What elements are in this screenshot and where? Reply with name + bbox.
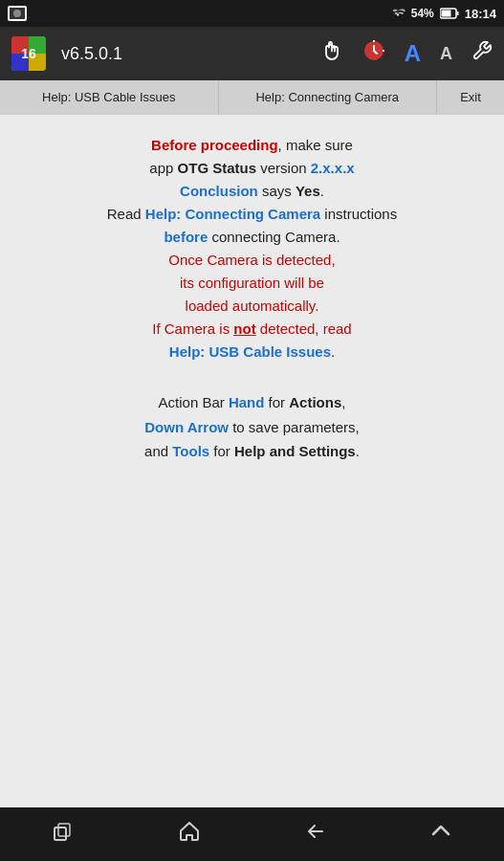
desc-line3: and Tools for Help and Settings. [144, 443, 360, 459]
tabs: Help: USB Cable Issues Help: Connecting … [0, 80, 504, 115]
before-proceeding-label: Before proceeding, make sure [151, 137, 353, 153]
tools-icon[interactable] [471, 40, 493, 67]
recent-apps-icon[interactable] [52, 820, 75, 849]
battery-percent: 54% [411, 7, 434, 20]
line7: its configuration will be [180, 275, 324, 291]
tab-exit[interactable]: Exit [437, 80, 504, 114]
content-area: Before proceeding, make sure app OTG Sta… [0, 115, 504, 807]
nav-bar [0, 807, 504, 861]
tab-usb-cable[interactable]: Help: USB Cable Issues [0, 80, 219, 114]
svg-rect-6 [55, 828, 66, 840]
hand-icon[interactable] [320, 39, 343, 68]
line1-rest: , make sure [278, 137, 353, 153]
photo-icon [8, 6, 27, 21]
status-bar-right: 54% 18:14 [390, 7, 496, 21]
line2: app OTG Status version 2.x.x.x [149, 160, 354, 176]
status-bar-left [8, 6, 27, 21]
svg-rect-1 [456, 11, 458, 15]
svg-rect-7 [58, 824, 70, 836]
back-icon[interactable] [303, 820, 326, 849]
before-proceeding-bold: Before proceeding [151, 137, 278, 153]
clock-icon[interactable] [362, 39, 385, 68]
battery-icon [440, 8, 459, 19]
connecting-camera-link[interactable]: Help: Connecting Camera [145, 206, 320, 222]
status-bar: 54% 18:14 [0, 0, 504, 27]
wifi-icon [390, 7, 405, 21]
action-bar-icons: A A [320, 39, 493, 68]
font-large-icon[interactable]: A [405, 40, 421, 67]
line6: Once Camera is detected, [168, 252, 335, 268]
action-bar: 16 v6.5.0.1 A A [0, 27, 504, 80]
home-icon[interactable] [178, 820, 201, 849]
line8: loaded automatically. [186, 298, 319, 314]
app-version: v6.5.0.1 [61, 44, 122, 64]
line10: Help: USB Cable Issues. [169, 343, 335, 360]
expand-icon[interactable] [429, 820, 452, 849]
app-icon: 16 [11, 36, 46, 71]
font-small-icon[interactable]: A [440, 44, 452, 64]
usb-cable-link[interactable]: Help: USB Cable Issues [169, 343, 331, 360]
line9: If Camera is not detected, read [152, 320, 351, 337]
main-content: Before proceeding, make sure app OTG Sta… [15, 134, 489, 364]
line4: Read Help: Connecting Camera instruction… [107, 206, 397, 222]
desc-line1: Action Bar Hand for Actions, [159, 394, 346, 410]
desc-line2: Down Arrow to save parameters, [144, 419, 360, 435]
svg-rect-2 [441, 11, 450, 17]
line3: Conclusion says Yes. [180, 183, 324, 199]
line5: before connecting Camera. [164, 229, 340, 245]
tab-connecting-camera[interactable]: Help: Connecting Camera [219, 80, 438, 114]
time-display: 18:14 [465, 7, 496, 21]
action-bar-description: Action Bar Hand for Actions, Down Arrow … [15, 390, 489, 464]
